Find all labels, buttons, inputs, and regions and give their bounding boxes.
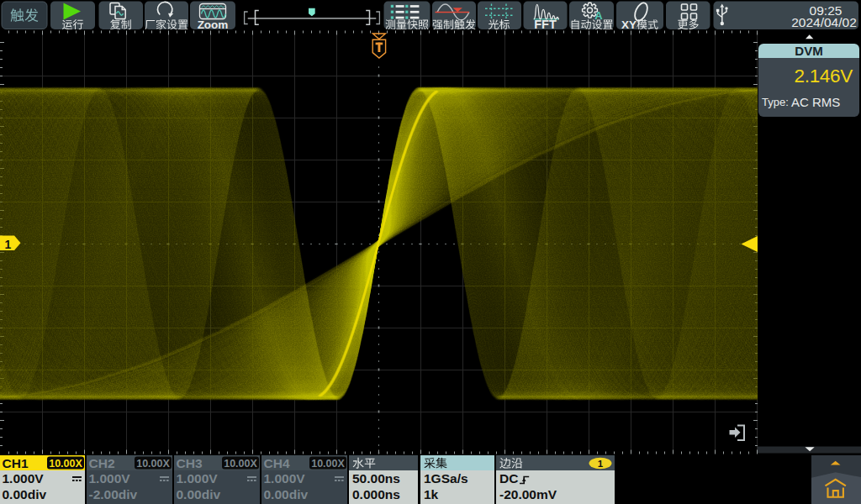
svg-text:1: 1: [5, 238, 12, 251]
svg-text:10.00X: 10.00X: [136, 458, 170, 470]
svg-text:Zoom: Zoom: [198, 18, 229, 31]
svg-text:0.00div: 0.00div: [177, 487, 221, 501]
svg-text:1.000V: 1.000V: [177, 471, 219, 486]
svg-text:0.00div: 0.00div: [264, 487, 309, 501]
svg-text:CH2: CH2: [89, 456, 115, 470]
svg-text:1.000V: 1.000V: [264, 471, 306, 486]
svg-text:CH4: CH4: [264, 456, 290, 470]
svg-text:DVM: DVM: [795, 44, 822, 58]
svg-text:1k: 1k: [424, 487, 439, 501]
svg-text:-20.00mV: -20.00mV: [499, 487, 557, 501]
svg-text:DC: DC: [499, 471, 518, 486]
svg-text:0.000ns: 0.000ns: [352, 487, 400, 501]
svg-text:0.00div: 0.00div: [3, 487, 47, 501]
svg-text:-2.00div: -2.00div: [89, 487, 138, 501]
svg-text:CH3: CH3: [177, 456, 203, 470]
svg-text:XY: XY: [621, 18, 637, 31]
svg-text:CH1: CH1: [3, 456, 29, 470]
svg-text:1.000V: 1.000V: [3, 471, 45, 486]
svg-text:1: 1: [598, 459, 604, 469]
svg-text:10.00X: 10.00X: [311, 458, 345, 470]
svg-text:1GSa/s: 1GSa/s: [424, 471, 468, 486]
svg-text:10.00X: 10.00X: [224, 458, 257, 470]
svg-text:FFT: FFT: [534, 18, 557, 31]
svg-text:Type:: Type:: [762, 96, 789, 108]
svg-text:2024/04/02: 2024/04/02: [791, 15, 857, 29]
svg-text:10.00X: 10.00X: [49, 458, 82, 470]
svg-text:AC RMS: AC RMS: [791, 95, 840, 109]
svg-text:2.146V: 2.146V: [794, 66, 853, 87]
svg-text:50.00ns: 50.00ns: [352, 471, 400, 486]
svg-text:A: A: [594, 9, 603, 22]
svg-text:1.000V: 1.000V: [89, 471, 131, 486]
